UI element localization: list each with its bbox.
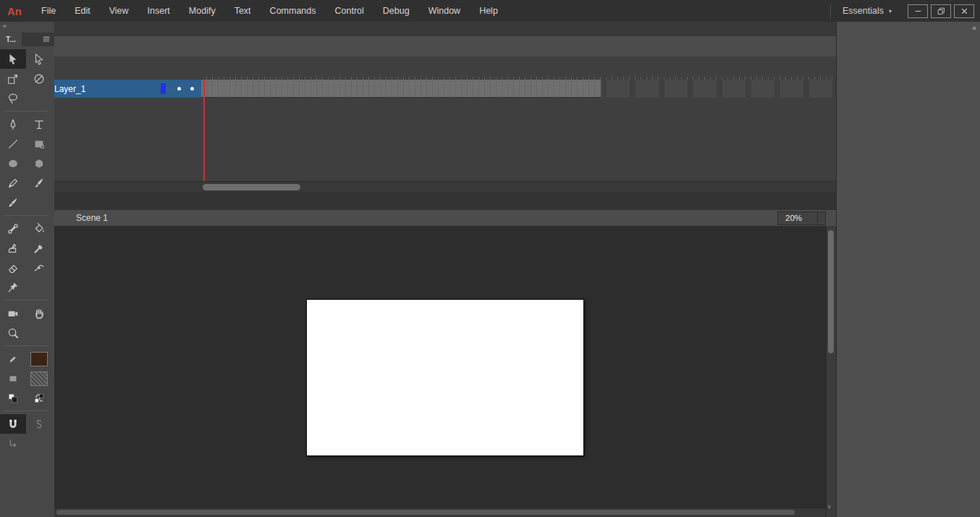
app-logo: An (7, 5, 22, 17)
object-drawing-mode[interactable] (26, 414, 52, 434)
playhead-line[interactable] (203, 80, 205, 181)
bend-handles[interactable] (0, 434, 26, 453)
menu-modify[interactable]: Modify (179, 6, 225, 16)
line-icon (7, 138, 20, 151)
width-tool[interactable] (26, 258, 52, 277)
oval-tool[interactable] (0, 154, 26, 173)
minimize-button[interactable] (908, 4, 928, 18)
timeline-ruler[interactable] (201, 56, 836, 80)
menu-insert[interactable]: Insert (138, 6, 179, 16)
snap-to-objects[interactable] (0, 414, 26, 434)
pencil-icon (7, 177, 20, 190)
window-buttons (905, 4, 974, 18)
timeline-scrollbar-thumb[interactable] (203, 184, 300, 190)
scroll-down-icon[interactable]: ˅ (827, 503, 831, 510)
fill-color-swatch[interactable] (26, 369, 52, 388)
brush-icon (33, 177, 46, 190)
text-tool[interactable] (26, 114, 52, 134)
menu-file[interactable]: File (32, 6, 65, 16)
menu-edit[interactable]: Edit (65, 6, 100, 16)
subselection-tool[interactable] (26, 49, 52, 69)
timeline-scrollbar[interactable] (54, 181, 836, 193)
free-transform-tool[interactable] (0, 69, 26, 88)
ink-bottle-tool[interactable] (0, 238, 26, 258)
pin-icon (7, 281, 20, 294)
tools-panel-menu-icon[interactable] (38, 33, 54, 46)
asset-warp-tool[interactable] (0, 277, 26, 297)
workspace-caret-icon: ▾ (889, 8, 892, 14)
menu-items: FileEditViewInsertModifyTextCommandsCont… (32, 0, 507, 22)
close-button[interactable] (954, 4, 974, 18)
pencil-tool[interactable] (0, 173, 26, 193)
layer-name[interactable]: Layer_1 (54, 84, 85, 94)
paint-bucket-tool[interactable] (26, 219, 52, 238)
zoom-value[interactable]: 20% (778, 214, 817, 222)
workspace-switcher[interactable]: Essentials (842, 6, 884, 16)
poly-icon (33, 157, 46, 170)
camera-tool[interactable] (0, 303, 26, 323)
fill-color[interactable] (0, 369, 26, 388)
line-tool[interactable] (0, 134, 26, 154)
swap-colors[interactable] (26, 388, 52, 408)
stage-canvas[interactable]: ˅ (54, 226, 836, 517)
menu-window[interactable]: Window (419, 6, 470, 16)
animate-window: An FileEditViewInsertModifyTextCommandsC… (0, 0, 980, 517)
text-icon (33, 118, 46, 131)
zoom-tool[interactable] (0, 323, 26, 342)
canvas-hscrollbar[interactable] (54, 508, 827, 517)
frames-area[interactable] (201, 80, 836, 98)
timeline-tab-bar (54, 22, 836, 36)
tools-divider (4, 411, 48, 411)
layer-color-swatch[interactable] (161, 83, 166, 94)
canvas-hscrollbar-thumb[interactable] (56, 510, 795, 515)
eraser-icon (7, 261, 20, 274)
menu-text[interactable]: Text (225, 6, 261, 16)
polystar-tool[interactable] (26, 154, 52, 173)
restore-button[interactable] (931, 4, 951, 18)
layer-lock-dot[interactable] (190, 87, 194, 91)
menu-view[interactable]: View (100, 6, 138, 16)
pen-tool[interactable] (0, 114, 26, 134)
tools-spacer (26, 88, 52, 108)
lasso-tool[interactable] (0, 88, 26, 108)
menu-commands[interactable]: Commands (261, 6, 326, 16)
tools-divider (4, 345, 48, 346)
bw-icon (7, 392, 20, 405)
zoom-chevron-icon[interactable] (817, 212, 825, 224)
layer-row[interactable]: Layer_1 (54, 80, 201, 98)
selection-tool[interactable] (0, 49, 26, 69)
bone-tool[interactable] (0, 219, 26, 238)
zoom-select[interactable]: 20% (777, 211, 826, 225)
black-white-colors[interactable] (0, 388, 26, 408)
menu-debug[interactable]: Debug (373, 6, 419, 16)
menu-help[interactable]: Help (470, 6, 507, 16)
tools-divider (4, 111, 48, 112)
freet-icon (7, 72, 20, 85)
cam-icon (7, 307, 20, 320)
tools-divider (4, 215, 48, 216)
brush2-icon (7, 196, 20, 209)
tools-collapse-icon[interactable]: « (0, 22, 54, 33)
stroke-color[interactable] (0, 349, 26, 369)
tools-tab[interactable]: T... (0, 33, 22, 46)
rectangle-tool[interactable] (26, 134, 52, 154)
eraser-tool[interactable] (0, 258, 26, 277)
dock-collapse-icon[interactable]: « (972, 23, 976, 35)
sub-icon (33, 53, 46, 66)
timeline-panel: Layer_1 (54, 22, 836, 193)
canvas-vscrollbar-thumb[interactable] (828, 230, 834, 353)
gradient-transform-tool[interactable] (26, 69, 52, 88)
magnet-icon (7, 418, 20, 431)
layer-visible-dot[interactable] (177, 87, 181, 91)
tools-spacer (26, 323, 52, 342)
paint-brush-tool[interactable] (0, 193, 26, 212)
hand-tool[interactable] (26, 303, 52, 323)
eyedropper-tool[interactable] (26, 238, 52, 258)
stroke-color-swatch[interactable] (26, 349, 52, 369)
bucket-icon (33, 222, 46, 235)
brush-tool[interactable] (26, 173, 52, 193)
stage[interactable] (306, 299, 584, 456)
menu-control[interactable]: Control (326, 6, 373, 16)
frame-span[interactable] (201, 80, 602, 98)
canvas-vscrollbar[interactable]: ˅ (826, 226, 836, 517)
